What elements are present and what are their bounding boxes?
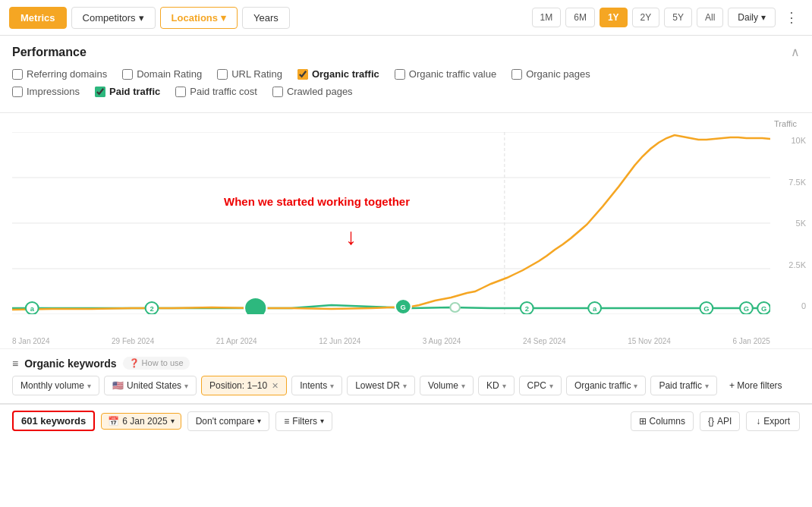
how-to-use[interactable]: ❓ How to use — [123, 357, 190, 370]
filter-position[interactable]: Position: 1–10 ✕ — [201, 376, 287, 395]
dont-compare-button[interactable]: Don't compare ▾ — [187, 411, 270, 431]
columns-icon: ⊞ — [639, 416, 647, 427]
chevron-down-icon: ▾ — [461, 382, 465, 390]
checkbox-paid-traffic-cost[interactable]: Paid traffic cost — [175, 86, 257, 97]
performance-title: Performance — [12, 46, 87, 59]
tab-competitors[interactable]: Competitors ▾ — [71, 7, 156, 29]
x-label-sep2024: 24 Sep 2024 — [523, 337, 566, 345]
keywords-count-box: 601 keywords — [12, 411, 95, 431]
svg-text:2: 2 — [525, 305, 529, 313]
x-label-jan2024: 8 Jan 2024 — [12, 337, 50, 345]
time-5y[interactable]: 5Y — [664, 8, 692, 27]
collapse-icon[interactable]: ∧ — [791, 45, 800, 59]
x-label-nov2024: 15 Nov 2024 — [628, 337, 671, 345]
date-badge[interactable]: 📅 6 Jan 2025 ▾ — [101, 413, 181, 430]
checkbox-referring-domains[interactable]: Referring domains — [12, 68, 107, 80]
chevron-down-icon: ▾ — [634, 382, 637, 390]
daily-dropdown[interactable]: Daily ▾ — [728, 8, 776, 27]
filter-organic-traffic[interactable]: Organic traffic ▾ — [566, 376, 646, 395]
keywords-title: Organic keywords — [24, 357, 116, 370]
checkbox-organic-traffic-value[interactable]: Organic traffic value — [395, 68, 496, 80]
filters-button[interactable]: ≡ Filters ▾ — [275, 411, 332, 431]
time-2y[interactable]: 2Y — [632, 8, 660, 27]
chevron-down-icon: ▾ — [257, 417, 261, 425]
date-value: 6 Jan 2025 — [122, 416, 167, 427]
more-options-icon[interactable]: ⋮ — [780, 6, 803, 29]
chevron-down-icon: ▾ — [139, 12, 144, 24]
top-bar-right: 1M 6M 1Y 2Y 5Y All Daily ▾ ⋮ — [532, 6, 803, 29]
keywords-header: ≡ Organic keywords ❓ How to use — [12, 357, 800, 370]
y-label-7-5k: 7.5K — [788, 178, 806, 187]
filter-monthly-volume[interactable]: Monthly volume ▾ — [12, 376, 99, 395]
checkbox-organic-pages[interactable]: Organic pages — [511, 68, 590, 80]
bottom-left: 601 keywords 📅 6 Jan 2025 ▾ Don't compar… — [12, 411, 332, 431]
chevron-down-icon: ▾ — [320, 417, 324, 425]
bottom-bar: 601 keywords 📅 6 Jan 2025 ▾ Don't compar… — [0, 404, 812, 437]
chevron-down-icon: ▾ — [502, 382, 506, 390]
time-1y[interactable]: 1Y — [600, 8, 628, 27]
api-button[interactable]: {} API — [700, 411, 740, 431]
filter-volume[interactable]: Volume ▾ — [420, 376, 474, 395]
performance-header: Performance ∧ — [12, 45, 800, 59]
y-label-10k: 10K — [791, 136, 806, 145]
chevron-down-icon: ▾ — [330, 382, 334, 390]
filter-lowest-dr[interactable]: Lowest DR ▾ — [347, 376, 415, 395]
checkbox-paid-traffic[interactable]: Paid traffic — [95, 86, 160, 97]
x-label-aug2024: 3 Aug 2024 — [423, 337, 461, 345]
tab-metrics[interactable]: Metrics — [9, 7, 67, 29]
keywords-section: ≡ Organic keywords ❓ How to use Monthly … — [0, 349, 812, 404]
checkbox-crawled-pages[interactable]: Crawled pages — [272, 86, 353, 97]
close-icon[interactable]: ✕ — [272, 381, 279, 391]
svg-text:G: G — [703, 305, 709, 313]
chevron-down-icon: ▾ — [87, 382, 91, 390]
filter-united-states[interactable]: 🇺🇸 United States ▾ — [104, 376, 197, 395]
filter-kd[interactable]: KD ▾ — [478, 376, 515, 395]
checkbox-domain-rating[interactable]: Domain Rating — [122, 68, 202, 80]
svg-text:a: a — [593, 305, 597, 313]
checkbox-organic-traffic[interactable]: Organic traffic — [297, 68, 379, 80]
filter-cpc[interactable]: CPC ▾ — [519, 376, 562, 395]
time-6m[interactable]: 6M — [565, 8, 595, 27]
x-label-jun2024: 12 Jun 2024 — [319, 337, 360, 345]
time-1m[interactable]: 1M — [532, 8, 562, 27]
chart-area: Traffic 10K 7.5K 5K 2.5K 0 a 2 G — [0, 113, 812, 348]
filter-icon: ≡ — [284, 416, 289, 427]
svg-text:G: G — [401, 304, 406, 311]
more-filters-button[interactable]: + More filters — [722, 376, 790, 395]
x-axis: 8 Jan 2024 29 Feb 2024 21 Apr 2024 12 Ju… — [12, 337, 770, 345]
svg-point-13 — [450, 303, 460, 312]
export-button[interactable]: ↓ Export — [746, 411, 800, 431]
checkbox-url-rating[interactable]: URL Rating — [217, 68, 282, 80]
y-label-0: 0 — [801, 301, 806, 310]
filter-paid-traffic[interactable]: Paid traffic ▾ — [650, 376, 716, 395]
bottom-right: ⊞ Columns {} API ↓ Export — [631, 411, 800, 431]
chevron-down-icon: ▾ — [184, 382, 188, 390]
export-icon: ↓ — [756, 416, 760, 427]
chevron-down-icon: ▾ — [705, 382, 709, 390]
chevron-down-icon: ▾ — [761, 12, 766, 23]
svg-text:G: G — [744, 305, 749, 313]
y-label-5k: 5K — [796, 219, 806, 228]
tab-locations[interactable]: Locations ▾ — [160, 7, 238, 29]
chevron-down-icon: ▾ — [403, 382, 407, 390]
keywords-count: 601 keywords — [21, 415, 86, 427]
chart-svg: a 2 G 2 a G G G — [12, 132, 770, 314]
filter-intents[interactable]: Intents ▾ — [291, 376, 342, 395]
svg-point-10 — [244, 298, 266, 314]
calendar-icon: 📅 — [108, 416, 119, 427]
checkbox-impressions[interactable]: Impressions — [12, 86, 80, 97]
time-all[interactable]: All — [697, 8, 723, 27]
y-axis: 10K 7.5K 5K 2.5K 0 — [788, 136, 806, 310]
svg-text:G: G — [761, 305, 766, 313]
hamburger-icon: ≡ — [12, 357, 18, 370]
performance-section: Performance ∧ Referring domains Domain R… — [0, 36, 812, 113]
columns-button[interactable]: ⊞ Columns — [631, 411, 694, 431]
flag-icon: 🇺🇸 — [112, 380, 124, 391]
filter-row: Monthly volume ▾ 🇺🇸 United States ▾ Posi… — [12, 376, 800, 395]
checkboxes-row-2: Impressions Paid traffic Paid traffic co… — [12, 86, 800, 97]
chevron-down-icon: ▾ — [549, 382, 553, 390]
top-bar: Metrics Competitors ▾ Locations ▾ Years … — [0, 0, 812, 36]
x-label-feb2024: 29 Feb 2024 — [112, 337, 154, 345]
chevron-down-icon: ▾ — [171, 417, 175, 425]
tab-years[interactable]: Years — [242, 7, 290, 29]
